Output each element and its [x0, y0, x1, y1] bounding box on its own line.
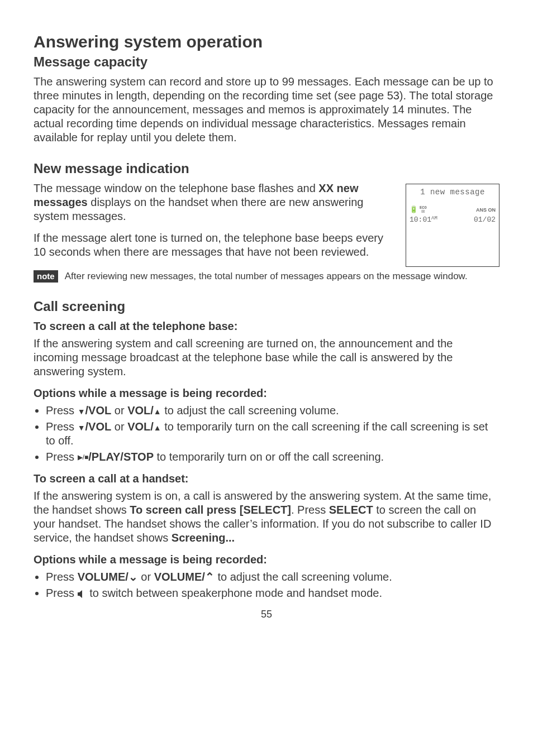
- new-message-p2: If the message alert tone is turned on, …: [34, 231, 396, 259]
- ans-on-label: ANS ON: [476, 207, 496, 213]
- list-item: Press /VOL or VOL/ to adjust the call sc…: [46, 404, 499, 418]
- options-list-1: Press /VOL or VOL/ to adjust the call sc…: [34, 404, 499, 464]
- handset-screen: 1 new message 🔋 ECO ✉ ANS ON 10:01AM 01/…: [406, 184, 499, 267]
- section-heading-call-screening: Call screening: [34, 298, 499, 315]
- triangle-down-icon: [78, 404, 85, 417]
- new-message-p1: The message window on the telephone base…: [34, 181, 396, 223]
- battery-icon: 🔋: [410, 206, 418, 214]
- page-title: Answering system operation: [34, 31, 499, 52]
- screen-top-text: 1 new message: [410, 188, 496, 207]
- screen-time: 10:01AM: [410, 216, 437, 224]
- list-item: Press to switch between speakerphone mod…: [46, 586, 499, 600]
- eco-icon: ECO ✉: [420, 207, 427, 214]
- text: The message window on the telephone base…: [34, 182, 318, 194]
- list-item: Press ▶/■/PLAY/STOP to temporarily turn …: [46, 450, 499, 464]
- section-heading-new-message: New message indication: [34, 160, 499, 177]
- note-badge: note: [34, 270, 58, 283]
- screen-handset-paragraph: If the answering system is on, a call is…: [34, 489, 499, 545]
- list-item: Press /VOL or VOL/ to temporarily turn o…: [46, 420, 499, 448]
- subheading-screen-base: To screen a call at the telephone base:: [34, 319, 499, 333]
- screen-base-paragraph: If the answering system and call screeni…: [34, 337, 499, 379]
- chevron-down-icon: [129, 571, 138, 583]
- chevron-up-icon: [205, 571, 215, 583]
- subheading-options-recording-2: Options while a message is being recorde…: [34, 553, 499, 567]
- svg-marker-0: [78, 590, 82, 598]
- play-stop-icon: ▶/■: [78, 453, 89, 462]
- note-text: After reviewing new messages, the total …: [65, 270, 468, 282]
- options-list-2: Press VOLUME/ or VOLUME/ to adjust the c…: [34, 570, 499, 600]
- page-number: 55: [34, 608, 499, 621]
- screen-date: 01/02: [474, 216, 496, 224]
- capacity-paragraph: The answering system can record and stor…: [34, 75, 499, 145]
- triangle-up-icon: [154, 404, 161, 417]
- triangle-up-icon: [154, 420, 161, 433]
- list-item: Press VOLUME/ or VOLUME/ to adjust the c…: [46, 570, 499, 584]
- section-heading-capacity: Message capacity: [34, 54, 499, 70]
- triangle-down-icon: [78, 420, 85, 433]
- subheading-screen-handset: To screen a call at a handset:: [34, 472, 499, 486]
- subheading-options-recording-1: Options while a message is being recorde…: [34, 386, 499, 400]
- speaker-icon: [78, 587, 90, 599]
